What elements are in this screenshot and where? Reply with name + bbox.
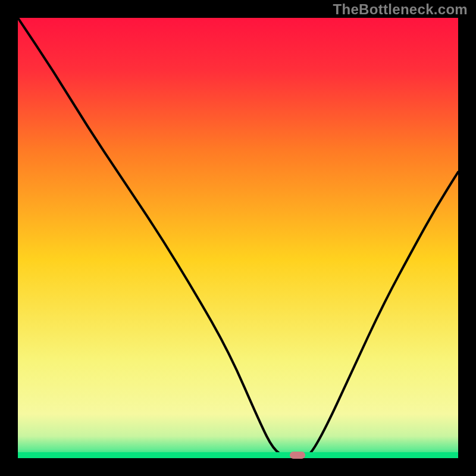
watermark-text: TheBottleneck.com	[333, 1, 468, 18]
bottleneck-curve	[18, 18, 458, 458]
plot-area	[18, 18, 458, 458]
optimal-point-marker	[290, 452, 305, 459]
chart-frame: TheBottleneck.com	[0, 0, 476, 476]
baseline-strip	[18, 452, 458, 458]
